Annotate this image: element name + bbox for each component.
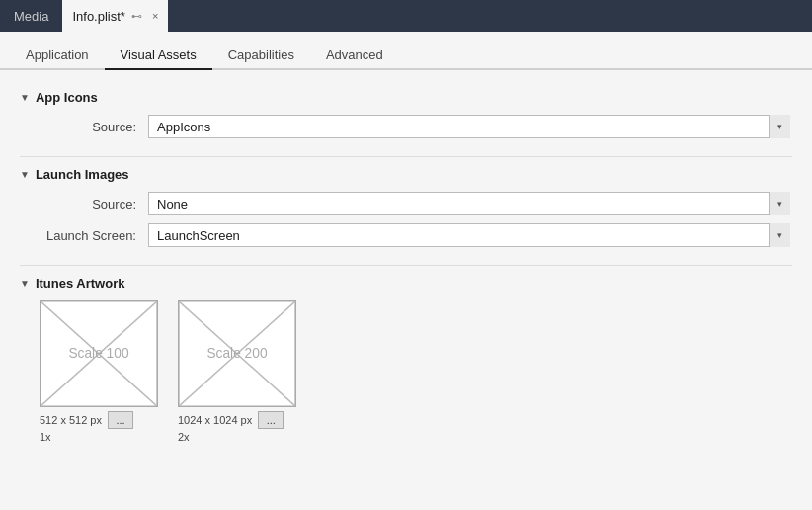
artwork-box-1x[interactable]: Scale 100 (40, 300, 158, 407)
artwork-info-2x: 1024 x 1024 px ... (178, 411, 296, 429)
launch-images-chevron[interactable]: ▼ (20, 169, 30, 180)
artwork-placeholder-svg-1x: Scale 100 (41, 301, 157, 406)
svg-text:Scale 100: Scale 100 (68, 346, 128, 361)
tab-application[interactable]: Application (10, 42, 105, 70)
title-bar: Media Info.plist* ⊷ × (0, 0, 812, 32)
launch-images-header: ▼ Launch Images (20, 167, 792, 182)
divider-1 (20, 156, 792, 157)
visual-assets-content: ▼ App Icons Source: AppIcons ▾ ▼ Launch … (0, 70, 812, 470)
launch-screen-row: Launch Screen: LaunchScreen ▾ (20, 223, 792, 247)
main-content-area: Application Visual Assets Capabilities A… (0, 32, 812, 510)
launch-screen-label: Launch Screen: (40, 228, 148, 243)
app-icons-source-select-wrapper: AppIcons ▾ (148, 115, 790, 138)
launch-source-row: Source: None ▾ (20, 192, 792, 215)
launch-source-label: Source: (40, 197, 148, 212)
tab-advanced[interactable]: Advanced (310, 42, 399, 70)
close-icon[interactable]: × (152, 10, 158, 22)
infoplist-tab[interactable]: Info.plist* ⊷ × (62, 0, 168, 32)
tab-visual-assets[interactable]: Visual Assets (105, 42, 212, 70)
app-icons-source-label: Source: (40, 120, 148, 134)
artwork-item-1x: Scale 100 512 x 512 px ... 1x (40, 300, 158, 443)
svg-text:Scale 200: Scale 200 (206, 346, 267, 361)
launch-source-select[interactable]: None (148, 192, 790, 215)
artwork-box-2x[interactable]: Scale 200 (178, 300, 296, 407)
top-tabs: Application Visual Assets Capabilities A… (0, 32, 812, 70)
browse-button-1x[interactable]: ... (108, 411, 133, 429)
media-tab-label: Media (14, 9, 48, 24)
itunes-artwork-section: ▼ Itunes Artwork Scale 100 51 (20, 276, 792, 443)
itunes-artwork-title: Itunes Artwork (36, 276, 125, 291)
app-icons-source-select[interactable]: AppIcons (148, 115, 790, 138)
app-icons-source-row: Source: AppIcons ▾ (20, 115, 792, 138)
app-icons-header: ▼ App Icons (20, 90, 792, 105)
app-icons-section: ▼ App Icons Source: AppIcons ▾ (20, 90, 792, 138)
artwork-size-2x: 1024 x 1024 px (178, 414, 252, 426)
app-icons-title: App Icons (36, 90, 98, 105)
artwork-info-1x: 512 x 512 px ... (40, 411, 158, 429)
divider-2 (20, 265, 792, 266)
launch-screen-select[interactable]: LaunchScreen (148, 223, 790, 247)
launch-images-title: Launch Images (36, 167, 129, 182)
itunes-artwork-chevron[interactable]: ▼ (20, 278, 30, 289)
artwork-size-1x: 512 x 512 px (40, 414, 102, 426)
media-tab[interactable]: Media (0, 0, 62, 32)
artwork-item-2x: Scale 200 1024 x 1024 px ... 2x (178, 300, 296, 443)
launch-images-section: ▼ Launch Images Source: None ▾ Launch Sc… (20, 167, 792, 247)
artwork-scale-2x: 2x (178, 431, 190, 443)
launch-source-select-wrapper: None ▾ (148, 192, 790, 215)
infoplist-tab-label: Info.plist* (72, 9, 124, 24)
app-icons-chevron[interactable]: ▼ (20, 92, 30, 103)
artwork-container: Scale 100 512 x 512 px ... 1x (20, 300, 792, 443)
tab-capabilities[interactable]: Capabilities (212, 42, 310, 70)
pin-icon: ⊷ (131, 10, 142, 23)
browse-button-2x[interactable]: ... (258, 411, 284, 429)
artwork-placeholder-svg-2x: Scale 200 (179, 301, 295, 406)
artwork-scale-1x: 1x (40, 431, 51, 443)
itunes-artwork-header: ▼ Itunes Artwork (20, 276, 792, 291)
launch-screen-select-wrapper: LaunchScreen ▾ (148, 223, 790, 247)
